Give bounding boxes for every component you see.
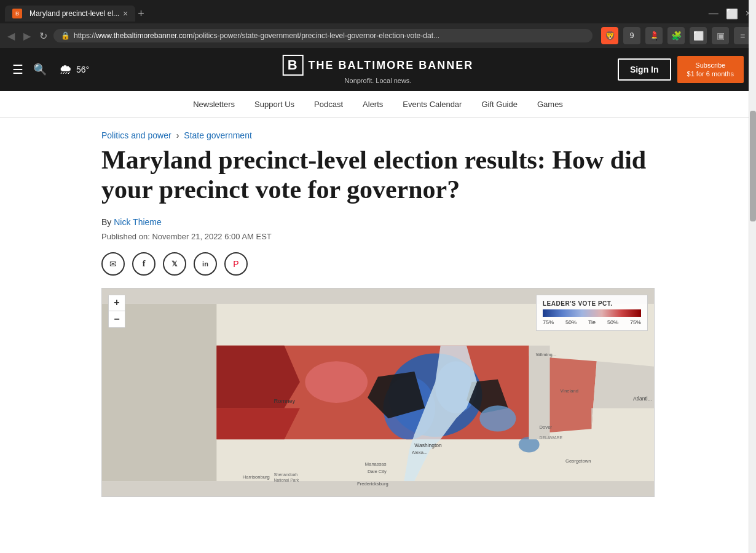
zoom-out-button[interactable]: − bbox=[109, 311, 125, 327]
reload-btn[interactable]: ↻ bbox=[37, 28, 50, 44]
logo-tagline: Nonprofit. Local news. bbox=[283, 77, 474, 84]
extension-btn-1[interactable]: 9 bbox=[623, 27, 640, 44]
legend-label-3: 50% bbox=[607, 319, 618, 325]
active-tab[interactable]: B Maryland precinct-level el... × bbox=[5, 6, 135, 22]
legend-label-4: 75% bbox=[630, 319, 641, 325]
tab-close-btn[interactable]: × bbox=[123, 9, 128, 18]
twitter-share-button[interactable]: 𝕏 bbox=[163, 252, 186, 276]
svg-text:Dover: Dover bbox=[540, 424, 553, 430]
forward-btn[interactable]: ▶ bbox=[21, 28, 33, 44]
social-share-bar: ✉ f 𝕏 in P bbox=[101, 252, 655, 276]
sign-in-button[interactable]: Sign In bbox=[618, 58, 671, 81]
linkedin-share-button[interactable]: in bbox=[194, 252, 217, 276]
legend-labels: 75% 50% Tie 50% 75% bbox=[543, 319, 641, 325]
svg-text:Fredericksburg: Fredericksburg bbox=[357, 480, 388, 486]
weather-widget: 🌧 56° bbox=[59, 62, 89, 78]
tab-favicon: B bbox=[12, 9, 22, 18]
lock-icon: 🔒 bbox=[61, 31, 70, 40]
logo-b-icon: B bbox=[283, 55, 304, 76]
secondary-nav: Newsletters Support Us Podcast Alerts Ev… bbox=[0, 91, 756, 118]
page-scrollbar[interactable] bbox=[749, 0, 756, 497]
tab-title: Maryland precinct-level el... bbox=[30, 9, 119, 18]
sidebar-btn[interactable]: ▣ bbox=[712, 27, 729, 44]
search-icon[interactable]: 🔍 bbox=[33, 63, 47, 76]
weather-icon: 🌧 bbox=[59, 62, 73, 78]
svg-text:Alexa...: Alexa... bbox=[412, 450, 427, 455]
svg-text:Georgetown: Georgetown bbox=[565, 458, 591, 464]
facebook-icon: f bbox=[143, 259, 146, 269]
site-logo[interactable]: B THE BALTIMORE BANNER Nonprofit. Local … bbox=[283, 55, 474, 84]
nav-alerts[interactable]: Alerts bbox=[363, 100, 383, 109]
svg-text:Shenandoah: Shenandoah bbox=[274, 472, 298, 476]
tab-bar: B Maryland precinct-level el... × + — ⬜ … bbox=[0, 0, 756, 23]
breadcrumb-current-link[interactable]: State government bbox=[184, 130, 252, 140]
browser-chrome: B Maryland precinct-level el... × + — ⬜ … bbox=[0, 0, 756, 48]
breadcrumb-parent-link[interactable]: Politics and power bbox=[101, 130, 171, 140]
legend-label-0: 75% bbox=[543, 319, 554, 325]
svg-text:Harrisonburg: Harrisonburg bbox=[243, 474, 270, 479]
legend-label-2: Tie bbox=[588, 319, 596, 325]
back-btn[interactable]: ◀ bbox=[5, 28, 17, 44]
pinterest-share-button[interactable]: P bbox=[224, 252, 248, 276]
scrollbar-thumb[interactable] bbox=[750, 111, 756, 221]
svg-text:Wilming...: Wilming... bbox=[536, 351, 556, 357]
svg-text:Washington: Washington bbox=[414, 442, 442, 448]
subscribe-button[interactable]: Subscribe $1 for 6 months bbox=[677, 56, 744, 84]
pinterest-icon: P bbox=[233, 259, 238, 269]
legend-color-bar bbox=[543, 309, 641, 317]
breadcrumb-separator: › bbox=[176, 130, 179, 140]
hamburger-menu-icon[interactable]: ☰ bbox=[12, 62, 23, 77]
subscribe-label: Subscribe bbox=[687, 61, 734, 70]
temperature: 56° bbox=[76, 65, 89, 74]
nav-newsletters[interactable]: Newsletters bbox=[193, 100, 235, 109]
window-minimize[interactable]: — bbox=[709, 8, 719, 20]
extension-btn-3[interactable]: ⬜ bbox=[690, 27, 707, 44]
url-text: https://www.thebaltimorebanner.com/polit… bbox=[74, 31, 585, 40]
svg-text:DELAWARE: DELAWARE bbox=[540, 436, 563, 440]
nav-games[interactable]: Games bbox=[537, 100, 563, 109]
legend-title: LEADER'S VOTE PCT. bbox=[543, 300, 641, 307]
breadcrumb: Politics and power › State government bbox=[0, 118, 756, 145]
legend-label-1: 50% bbox=[565, 319, 577, 325]
map-legend: LEADER'S VOTE PCT. 75% 50% Tie 50% 75% bbox=[536, 295, 648, 331]
nav-podcast[interactable]: Podcast bbox=[314, 100, 343, 109]
window-maximize[interactable]: ⬜ bbox=[726, 8, 738, 20]
author-link[interactable]: Nick Thieme bbox=[114, 217, 162, 227]
nav-support-us[interactable]: Support Us bbox=[254, 100, 294, 109]
zoom-in-button[interactable]: + bbox=[109, 295, 125, 311]
email-share-button[interactable]: ✉ bbox=[101, 252, 125, 276]
nav-events-calendar[interactable]: Events Calendar bbox=[403, 100, 462, 109]
map-zoom-controls: + − bbox=[108, 295, 125, 328]
extension-btn-2[interactable]: 💄 bbox=[645, 27, 663, 44]
brave-shield-icon[interactable]: 🦁 bbox=[601, 27, 618, 44]
window-controls: — ⬜ × bbox=[709, 8, 751, 20]
byline: By Nick Thieme bbox=[101, 217, 655, 227]
browser-nav-bar: ◀ ▶ ↻ 🔒 https://www.thebaltimorebanner.c… bbox=[0, 23, 756, 48]
svg-text:Dale City: Dale City bbox=[368, 469, 387, 474]
article-title: Maryland precinct-level election results… bbox=[101, 145, 655, 205]
svg-text:Atlanti...: Atlanti... bbox=[633, 395, 652, 401]
svg-text:National Park: National Park bbox=[274, 477, 299, 482]
svg-point-12 bbox=[305, 361, 368, 403]
site-header: ☰ 🔍 🌧 56° B THE BALTIMORE BANNER Nonprof… bbox=[0, 48, 756, 91]
svg-text:Romney: Romney bbox=[274, 398, 296, 404]
svg-rect-1 bbox=[102, 304, 216, 481]
article-container: Maryland precinct-level election results… bbox=[0, 145, 756, 497]
browser-extension-bar: 🦁 9 💄 🧩 ⬜ ▣ ≡ bbox=[601, 27, 751, 44]
publish-date: Published on: November 21, 2022 6:00 AM … bbox=[101, 232, 655, 241]
header-actions: Sign In Subscribe $1 for 6 months bbox=[618, 56, 744, 84]
svg-point-13 bbox=[479, 405, 516, 431]
election-map[interactable]: + − LEADER'S VOTE PCT. 75% 50% Tie 50% 7… bbox=[101, 288, 655, 497]
twitter-icon: 𝕏 bbox=[171, 260, 178, 268]
extension-puzzle-icon[interactable]: 🧩 bbox=[667, 27, 685, 44]
nav-gift-guide[interactable]: Gift Guide bbox=[481, 100, 518, 109]
facebook-share-button[interactable]: f bbox=[132, 252, 156, 276]
logo-name: THE BALTIMORE BANNER bbox=[309, 59, 474, 72]
svg-text:Manassas: Manassas bbox=[365, 461, 387, 466]
address-bar[interactable]: 🔒 https://www.thebaltimorebanner.com/pol… bbox=[53, 29, 593, 42]
svg-text:Vineland: Vineland bbox=[561, 388, 578, 394]
linkedin-icon: in bbox=[202, 260, 208, 268]
subscribe-sub-label: $1 for 6 months bbox=[687, 70, 734, 78]
new-tab-btn[interactable]: + bbox=[138, 7, 144, 20]
email-icon: ✉ bbox=[109, 259, 117, 269]
